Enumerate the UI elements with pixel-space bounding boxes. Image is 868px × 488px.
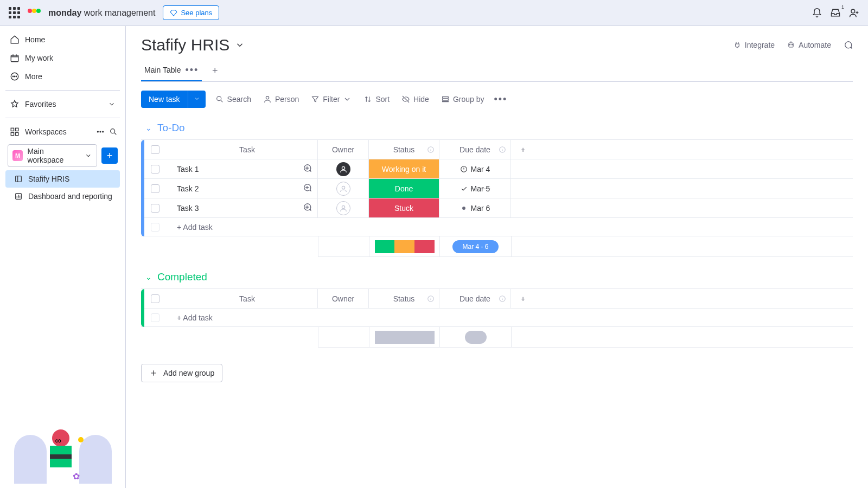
apps-grid-icon[interactable] [9, 7, 20, 18]
favorites-toggle[interactable]: Favorites [5, 95, 120, 113]
chevron-down-icon[interactable] [188, 91, 206, 108]
owner-avatar[interactable] [336, 162, 350, 176]
workspaces-icon [10, 127, 20, 137]
tab-main-table[interactable]: Main Table••• [141, 60, 202, 81]
column-due-date[interactable]: Due date [439, 289, 511, 308]
column-owner[interactable]: Owner [318, 289, 369, 308]
row-checkbox[interactable] [144, 179, 166, 198]
table-row[interactable]: Task 2DoneMar 5 [141, 179, 853, 198]
owner-avatar[interactable] [336, 201, 350, 215]
column-status[interactable]: Status [369, 140, 439, 159]
info-icon [427, 295, 435, 303]
owner-cell[interactable] [318, 159, 369, 178]
new-task-button[interactable]: New task [141, 91, 206, 108]
dots-icon[interactable] [96, 127, 105, 136]
dashboard-icon [14, 192, 23, 201]
add-task-row[interactable]: + Add task [141, 218, 853, 236]
select-all-checkbox[interactable] [144, 289, 166, 308]
filter-tool[interactable]: Filter [309, 92, 354, 107]
date-indicator-icon [460, 165, 468, 173]
task-name-cell[interactable]: Task 2 [166, 179, 318, 198]
more-icon [10, 72, 20, 81]
column-due-date[interactable]: Due date [439, 140, 511, 159]
monday-logo-icon [28, 7, 41, 20]
table-row[interactable]: Task 3StuckMar 6 [141, 198, 853, 218]
integrate-button[interactable]: Integrate [733, 41, 775, 49]
hide-tool[interactable]: Hide [399, 92, 431, 107]
chat-icon[interactable] [302, 163, 312, 175]
row-checkbox[interactable] [144, 198, 166, 217]
column-task[interactable]: Task [166, 140, 318, 159]
status-cell[interactable]: Stuck [369, 198, 439, 217]
nav-home[interactable]: Home [5, 30, 120, 49]
svg-point-11 [100, 131, 101, 132]
owner-avatar[interactable] [336, 182, 350, 196]
board-title-button[interactable]: Stafify HRIS [141, 36, 245, 54]
add-column-button[interactable]: + [511, 289, 535, 308]
date-cell[interactable]: Mar 6 [439, 198, 511, 217]
group-todo-summary: Mar 4 - 6 [318, 236, 853, 257]
status-cell[interactable]: Done [369, 179, 439, 198]
svg-rect-22 [443, 99, 449, 100]
column-task[interactable]: Task [166, 289, 318, 308]
inbox-icon[interactable]: 1 [830, 8, 841, 18]
chat-icon[interactable] [302, 183, 312, 194]
bell-icon[interactable] [812, 8, 822, 18]
svg-point-30 [462, 207, 465, 210]
date-cell[interactable]: Mar 5 [439, 179, 511, 198]
select-all-checkbox[interactable] [144, 140, 166, 159]
svg-point-0 [851, 9, 855, 13]
sort-tool[interactable]: Sort [361, 92, 392, 107]
nav-mywork[interactable]: My work [5, 49, 120, 67]
tab-menu-icon[interactable]: ••• [185, 65, 199, 75]
groupby-tool[interactable]: Group by [439, 92, 487, 107]
automate-button[interactable]: Automate [787, 41, 831, 49]
inbox-badge: 1 [841, 4, 844, 10]
status-cell[interactable]: Working on it [369, 159, 439, 178]
table-row[interactable]: Task 1Working on itMar 4 [141, 159, 853, 179]
svg-rect-8 [11, 133, 14, 136]
add-view-button[interactable]: + [207, 63, 222, 78]
task-name-cell[interactable]: Task 3 [166, 198, 318, 217]
add-task-row[interactable]: + Add task [141, 309, 853, 327]
workspaces-header: Workspaces [5, 123, 120, 141]
star-icon [10, 99, 20, 109]
nav-more[interactable]: More [5, 67, 120, 86]
discussion-icon[interactable] [843, 40, 853, 50]
row-checkbox[interactable] [144, 159, 166, 178]
person-tool[interactable]: Person [261, 92, 301, 107]
add-column-button[interactable]: + [511, 140, 535, 159]
top-bar: monday work management See plans 1 [0, 0, 868, 26]
view-tabs: Main Table••• + [141, 60, 853, 82]
date-indicator-icon [460, 185, 468, 192]
workspace-badge: M [12, 150, 23, 161]
search-icon[interactable] [109, 127, 118, 136]
task-name-cell[interactable]: Task 1 [166, 159, 318, 178]
board-title: Stafify HRIS [141, 36, 229, 54]
toolbar-more-icon[interactable]: ••• [494, 94, 508, 105]
status-summary-bar [375, 240, 435, 253]
owner-cell[interactable] [318, 179, 369, 198]
add-workspace-button[interactable]: + [101, 147, 118, 164]
svg-point-20 [266, 97, 269, 99]
svg-point-3 [12, 76, 14, 77]
plug-icon [733, 41, 742, 49]
owner-cell[interactable] [318, 198, 369, 217]
date-summary-pill: - [465, 331, 487, 344]
info-icon [499, 295, 506, 303]
group-completed-toggle[interactable]: ⌄Completed [141, 271, 853, 283]
sidebar-board-dashboard[interactable]: Dashboard and reporting [5, 188, 120, 205]
svg-point-29 [342, 206, 344, 208]
column-owner[interactable]: Owner [318, 140, 369, 159]
add-group-button[interactable]: Add new group [141, 364, 222, 382]
group-todo-toggle[interactable]: ⌄To-Do [141, 122, 853, 134]
chevron-down-icon [235, 40, 245, 50]
workspace-selector[interactable]: M Main workspace [8, 144, 97, 167]
see-plans-button[interactable]: See plans [163, 5, 219, 20]
search-tool[interactable]: Search [213, 92, 253, 107]
date-cell[interactable]: Mar 4 [439, 159, 511, 178]
invite-icon[interactable] [848, 8, 859, 18]
chat-icon[interactable] [302, 202, 312, 214]
sidebar-board-stafify[interactable]: Stafify HRIS [5, 170, 120, 188]
column-status[interactable]: Status [369, 289, 439, 308]
